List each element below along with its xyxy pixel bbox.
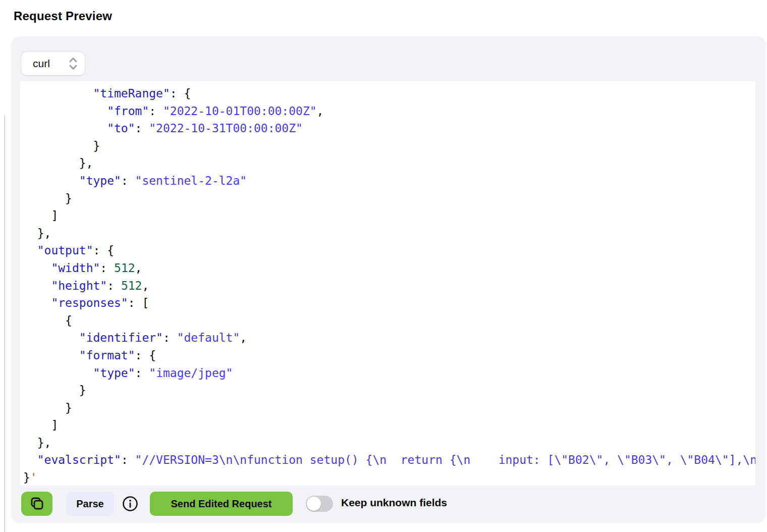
code-line: "output": { <box>23 242 755 259</box>
editor-footer: Parse Send Edited Request Keep unknown f… <box>21 492 758 516</box>
info-icon[interactable] <box>122 496 138 512</box>
code-line: "from": "2022-10-01T00:00:00Z", <box>23 102 755 120</box>
toggle-knob <box>307 497 321 511</box>
left-edge-divider <box>4 115 5 532</box>
code-line: }, <box>23 434 755 452</box>
code-line: "type": "sentinel-2-l2a" <box>23 172 755 190</box>
page-title: Request Preview <box>14 9 112 23</box>
code-line: ] <box>23 416 755 434</box>
request-code-editor[interactable]: "timeRange": { "from": "2022-10-01T00:00… <box>20 81 755 486</box>
code-line: "type": "image/jpeg" <box>23 364 755 382</box>
code-line: "responses": [ <box>23 294 755 312</box>
code-line: }' <box>23 469 755 486</box>
language-select-value: curl <box>33 58 68 70</box>
code-line: } <box>23 190 755 207</box>
chevron-up-down-icon <box>68 56 79 71</box>
language-select[interactable]: curl <box>21 52 85 75</box>
code-line: "timeRange": { <box>23 85 755 102</box>
keep-unknown-fields-label: Keep unknown fields <box>341 497 447 509</box>
code-line: }, <box>23 154 755 172</box>
copy-request-button[interactable] <box>21 492 52 516</box>
code-line: }, <box>23 225 755 242</box>
code-line: "evalscript": "//VERSION=3\n\nfunction s… <box>23 451 755 469</box>
request-preview-panel: curl "timeRange": { "from": "2022-10-01T… <box>12 36 765 521</box>
code-content: "timeRange": { "from": "2022-10-01T00:00… <box>20 81 755 486</box>
code-line: "format": { <box>23 347 755 364</box>
code-line: "height": 512, <box>23 277 755 295</box>
parse-button[interactable]: Parse <box>66 492 114 516</box>
keep-unknown-fields-toggle[interactable] <box>306 496 333 512</box>
send-edited-request-button[interactable]: Send Edited Request <box>150 492 293 516</box>
code-line: { <box>23 312 755 330</box>
code-line: "identifier": "default", <box>23 329 755 347</box>
code-line: ] <box>23 207 755 225</box>
code-line: } <box>23 382 755 399</box>
copy-icon <box>28 495 45 512</box>
code-line: } <box>23 399 755 417</box>
code-line: } <box>23 137 755 155</box>
code-line: "to": "2022-10-31T00:00:00Z" <box>23 120 755 137</box>
code-line: "width": 512, <box>23 259 755 277</box>
